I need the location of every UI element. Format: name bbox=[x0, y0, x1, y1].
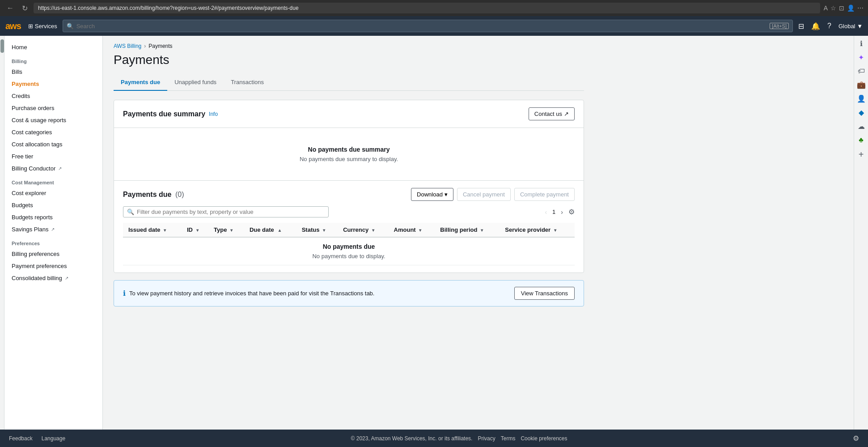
aws-topnav: aws ⊞ Services 🔍 [Alt+S] ⊟ 🔔 ? Global ▼ bbox=[0, 16, 868, 36]
services-menu[interactable]: ⊞ Services bbox=[28, 23, 57, 30]
filter-input[interactable] bbox=[137, 209, 325, 215]
breadcrumb: AWS Billing › Payments bbox=[114, 43, 584, 49]
sidebar-item-billing-preferences[interactable]: Billing preferences bbox=[4, 248, 102, 260]
contact-us-button[interactable]: Contact us ↗ bbox=[529, 107, 575, 120]
filter-input-wrap[interactable]: 🔍 bbox=[123, 206, 329, 217]
search-input[interactable] bbox=[76, 23, 767, 30]
tab-transactions[interactable]: Transactions bbox=[224, 74, 271, 91]
dropdown-arrow-icon: ▾ bbox=[445, 191, 448, 198]
search-icon: 🔍 bbox=[67, 23, 74, 30]
download-button[interactable]: Download ▾ bbox=[411, 188, 453, 201]
col-id[interactable]: ID ▾ bbox=[182, 223, 208, 237]
left-scrollbar[interactable] bbox=[0, 36, 4, 430]
tab-unapplied-funds[interactable]: Unapplied funds bbox=[167, 74, 224, 91]
sidebar-item-home[interactable]: Home bbox=[4, 41, 102, 53]
tag-icon[interactable]: 🏷 bbox=[858, 67, 865, 75]
sidebar-item-bills[interactable]: Bills bbox=[4, 66, 102, 78]
cookie-link[interactable]: Cookie preferences bbox=[521, 435, 567, 442]
sidebar-item-free-tier[interactable]: Free tier bbox=[4, 150, 102, 162]
pagination-number: 1 bbox=[552, 209, 555, 215]
view-transactions-button[interactable]: View Transactions bbox=[514, 287, 575, 300]
browser-bar: ← ↻ A ☆ ⊡ 👤 ⋯ bbox=[0, 0, 868, 16]
pagination-next[interactable]: › bbox=[559, 208, 565, 217]
footer-settings-icon[interactable]: ⚙ bbox=[853, 434, 859, 443]
col-issued-date[interactable]: Issued date ▾ bbox=[123, 223, 182, 237]
person-icon[interactable]: 👤 bbox=[857, 94, 866, 103]
col-billing-period[interactable]: Billing period ▾ bbox=[435, 223, 500, 237]
sidebar-item-budgets[interactable]: Budgets bbox=[4, 199, 102, 211]
sidebar: Home Billing Bills Payments Credits Purc… bbox=[4, 36, 103, 430]
sidebar-item-consolidated-billing[interactable]: Consolidated billing ↗ bbox=[4, 272, 102, 284]
sidebar-item-purchase-orders[interactable]: Purchase orders bbox=[4, 102, 102, 114]
blue-icon[interactable]: ◆ bbox=[859, 108, 864, 117]
sidebar-item-payments[interactable]: Payments bbox=[4, 78, 102, 90]
filter-bar: 🔍 ‹ 1 › ⚙ bbox=[123, 206, 575, 217]
add-icon[interactable]: + bbox=[859, 149, 864, 160]
sidebar-item-cost-usage-reports[interactable]: Cost & usage reports bbox=[4, 114, 102, 126]
col-amount[interactable]: Amount ▾ bbox=[389, 223, 435, 237]
col-due-date[interactable]: Due date ▲ bbox=[244, 223, 296, 237]
col-status[interactable]: Status ▾ bbox=[296, 223, 338, 237]
main-layout: Home Billing Bills Payments Credits Purc… bbox=[0, 36, 868, 430]
sort-icon: ▾ bbox=[230, 228, 233, 233]
sidebar-section-preferences: Preferences bbox=[4, 235, 102, 248]
terms-link[interactable]: Terms bbox=[501, 435, 516, 442]
table-row-empty: No payments due No payments due to displ… bbox=[123, 237, 575, 265]
bell-icon[interactable]: 🔔 bbox=[811, 22, 820, 30]
info-link[interactable]: Info bbox=[209, 111, 218, 117]
sidebar-item-budgets-reports[interactable]: Budgets reports bbox=[4, 211, 102, 223]
breadcrumb-parent[interactable]: AWS Billing bbox=[114, 43, 141, 49]
sort-icon: ▾ bbox=[323, 228, 325, 233]
ext-icon: ⊡ bbox=[839, 4, 844, 12]
info-panel-icon[interactable]: ℹ bbox=[860, 39, 863, 48]
footer-left: Feedback Language bbox=[9, 435, 65, 442]
col-service-provider[interactable]: Service provider ▾ bbox=[500, 223, 575, 237]
briefcase-icon[interactable]: 💼 bbox=[857, 81, 866, 89]
cancel-payment-button[interactable]: Cancel payment bbox=[457, 188, 511, 201]
url-bar[interactable] bbox=[34, 3, 820, 13]
col-currency[interactable]: Currency ▾ bbox=[338, 223, 388, 237]
panel-title: Payments due summary Info bbox=[123, 110, 218, 118]
sidebar-item-payment-preferences[interactable]: Payment preferences bbox=[4, 260, 102, 272]
page-title: Payments bbox=[114, 53, 584, 67]
info-banner-text: ℹ To view payment history and retrieve i… bbox=[123, 289, 374, 298]
sidebar-item-cost-categories[interactable]: Cost categories bbox=[4, 126, 102, 138]
pagination-prev[interactable]: ‹ bbox=[543, 208, 549, 217]
font-icon: A bbox=[824, 4, 828, 12]
sidebar-item-cost-explorer[interactable]: Cost explorer bbox=[4, 187, 102, 199]
nav-right: ⊟ 🔔 ? Global ▼ bbox=[798, 22, 863, 30]
info-circle-icon: ℹ bbox=[123, 289, 126, 298]
sidebar-item-cost-allocation-tags[interactable]: Cost allocation tags bbox=[4, 138, 102, 150]
complete-payment-button[interactable]: Complete payment bbox=[514, 188, 575, 201]
col-type[interactable]: Type ▾ bbox=[208, 223, 244, 237]
help-icon[interactable]: ? bbox=[827, 22, 831, 30]
info-banner: ℹ To view payment history and retrieve i… bbox=[114, 280, 584, 307]
cloud-icon[interactable]: ⊟ bbox=[798, 22, 804, 30]
payments-due-summary-panel: Payments due summary Info Contact us ↗ N… bbox=[114, 100, 584, 273]
summary-empty-title: No payments due summary bbox=[123, 146, 575, 153]
sidebar-item-savings-plans[interactable]: Savings Plans ↗ bbox=[4, 223, 102, 235]
global-region[interactable]: Global ▼ bbox=[838, 23, 863, 30]
sidebar-item-credits[interactable]: Credits bbox=[4, 90, 102, 102]
privacy-link[interactable]: Privacy bbox=[478, 435, 495, 442]
feedback-link[interactable]: Feedback bbox=[9, 435, 33, 442]
green-icon[interactable]: ♣ bbox=[859, 136, 864, 144]
sort-icon: ▾ bbox=[419, 228, 421, 233]
aws-logo: aws bbox=[5, 21, 21, 31]
purple-icon[interactable]: ✦ bbox=[858, 53, 864, 62]
footer-right: © 2023, Amazon Web Services, Inc. or its… bbox=[351, 435, 567, 442]
table-settings-icon[interactable]: ⚙ bbox=[568, 208, 575, 216]
language-link[interactable]: Language bbox=[42, 435, 65, 442]
summary-empty-desc: No payments due summary to display. bbox=[123, 156, 575, 162]
cloud-upload-icon[interactable]: ☁ bbox=[858, 122, 865, 131]
table-empty-title: No payments due bbox=[128, 243, 569, 250]
breadcrumb-current: Payments bbox=[148, 43, 172, 49]
reload-button[interactable]: ↻ bbox=[20, 3, 30, 13]
table-body: No payments due No payments due to displ… bbox=[123, 237, 575, 265]
profile-icon: 👤 bbox=[847, 4, 855, 12]
sort-icon: ▾ bbox=[372, 228, 374, 233]
sidebar-item-billing-conductor[interactable]: Billing Conductor ↗ bbox=[4, 162, 102, 175]
search-bar[interactable]: 🔍 [Alt+S] bbox=[63, 20, 793, 32]
tab-payments-due[interactable]: Payments due bbox=[114, 74, 167, 91]
back-button[interactable]: ← bbox=[4, 3, 16, 13]
